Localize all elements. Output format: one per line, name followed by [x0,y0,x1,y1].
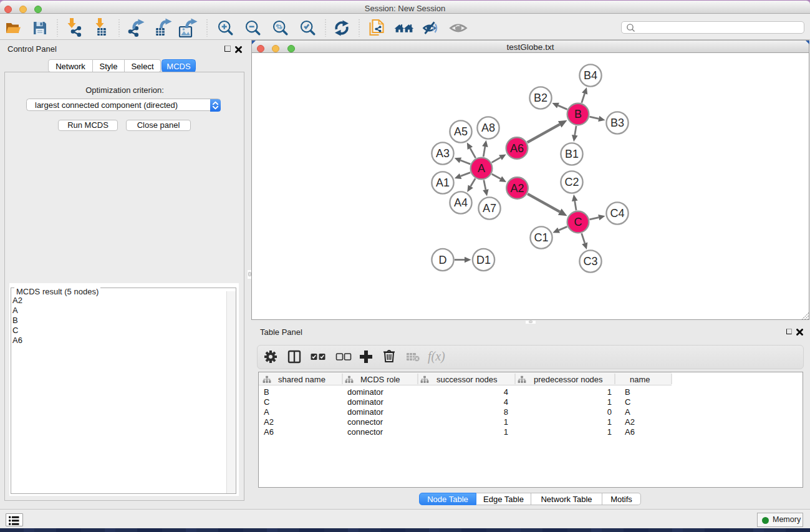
svg-text:B3: B3 [610,117,624,129]
svg-text:B: B [574,108,582,120]
svg-text:A2: A2 [510,182,524,195]
svg-text:C4: C4 [610,207,624,220]
svg-text:B4: B4 [584,69,597,82]
svg-text:B1: B1 [565,148,579,160]
svg-text:A7: A7 [483,202,496,215]
svg-text:A8: A8 [481,122,495,134]
svg-text:C: C [574,216,582,228]
svg-text:A3: A3 [436,147,450,160]
svg-text:A4: A4 [454,196,468,209]
svg-text:A6: A6 [510,142,524,155]
svg-text:A: A [478,162,485,175]
svg-text:B2: B2 [534,92,547,104]
svg-text:C2: C2 [564,176,579,188]
svg-text:D: D [439,254,447,266]
svg-text:C3: C3 [583,255,597,268]
svg-text:A5: A5 [454,125,468,138]
svg-text:A1: A1 [436,177,450,189]
svg-text:C1: C1 [534,231,548,244]
svg-text:D1: D1 [476,254,491,266]
